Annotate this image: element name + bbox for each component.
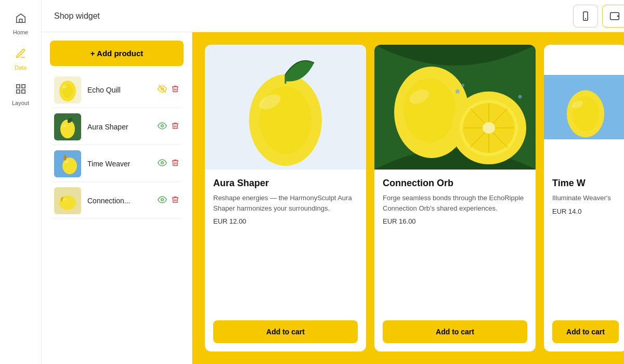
- add-to-cart-button[interactable]: Add to cart: [213, 320, 358, 343]
- delete-button[interactable]: [171, 159, 179, 169]
- add-product-button[interactable]: + Add product: [50, 41, 184, 66]
- svg-point-35: [404, 78, 456, 142]
- card-image: [205, 45, 366, 170]
- sidebar-item-layout[interactable]: Layout: [3, 79, 38, 110]
- product-card: Aura Shaper Reshape energies — the Harmo…: [205, 45, 366, 352]
- svg-point-10: [617, 16, 618, 17]
- card-product-name: Aura Shaper: [213, 178, 358, 189]
- list-item[interactable]: Connection...: [50, 183, 184, 219]
- product-thumbnail: [54, 187, 81, 214]
- sidebar-item-home[interactable]: Home: [3, 8, 38, 40]
- page-title: Shop widget: [54, 11, 100, 21]
- svg-rect-2: [21, 85, 24, 88]
- visibility-toggle[interactable]: [158, 195, 167, 206]
- sidebar: Home Data Layout: [0, 0, 42, 364]
- delete-button[interactable]: [171, 122, 179, 132]
- svg-point-47: [518, 95, 522, 99]
- svg-point-27: [161, 199, 164, 201]
- card-price: EUR 12.00: [213, 217, 358, 225]
- sidebar-item-data[interactable]: Data: [3, 44, 38, 75]
- list-item[interactable]: Echo Quill: [50, 72, 184, 108]
- product-thumbnail: [54, 76, 81, 103]
- product-thumbnail: [54, 113, 81, 140]
- card-description: Illuminate Weaver's: [552, 193, 619, 203]
- delete-button[interactable]: [171, 196, 179, 206]
- svg-rect-0: [19, 19, 22, 22]
- card-description: Reshape energies — the HarmonySculpt Aur…: [213, 193, 358, 213]
- list-item[interactable]: Time Weaver: [50, 146, 184, 182]
- svg-point-45: [456, 89, 460, 94]
- mobile-view-button[interactable]: [573, 5, 598, 28]
- product-card: Connection Orb Forge seamless bonds thro…: [374, 45, 536, 352]
- preview-area: Aura Shaper Reshape energies — the Harmo…: [192, 32, 624, 364]
- delete-button[interactable]: [171, 85, 179, 95]
- content: + Add product Echo Quill: [42, 32, 624, 364]
- card-product-name: Connection Orb: [383, 178, 527, 189]
- card-body: Time W Illuminate Weaver's EUR 14.0 Add …: [544, 170, 624, 352]
- add-to-cart-button[interactable]: Add to cart: [552, 320, 619, 343]
- svg-rect-4: [21, 90, 24, 93]
- card-description: Forge seamless bonds through the EchoRip…: [383, 193, 527, 213]
- product-actions: [158, 158, 179, 170]
- svg-point-23: [161, 162, 164, 164]
- product-card: Time W Illuminate Weaver's EUR 14.0 Add …: [544, 45, 624, 352]
- shop-preview: Aura Shaper Reshape energies — the Harmo…: [192, 32, 624, 364]
- card-image: [544, 45, 624, 170]
- svg-point-44: [483, 122, 495, 134]
- left-panel: + Add product Echo Quill: [42, 32, 192, 364]
- visibility-toggle[interactable]: [158, 121, 167, 133]
- product-name: Aura Shaper: [87, 123, 151, 131]
- sidebar-item-home-label: Home: [13, 29, 28, 35]
- product-name: Time Weaver: [87, 160, 151, 168]
- sidebar-item-layout-label: Layout: [12, 100, 29, 106]
- svg-rect-3: [16, 90, 19, 93]
- product-actions: [158, 121, 179, 133]
- visibility-toggle[interactable]: [158, 158, 167, 170]
- product-name: Echo Quill: [87, 86, 151, 94]
- main: Shop widget + Add product: [42, 0, 624, 364]
- list-item[interactable]: Aura Shaper: [50, 109, 184, 145]
- product-list: Echo Quill: [50, 72, 184, 219]
- cards-row: Aura Shaper Reshape energies — the Harmo…: [205, 45, 624, 352]
- card-product-name: Time W: [552, 178, 619, 189]
- svg-point-46: [461, 84, 464, 87]
- sidebar-item-data-label: Data: [15, 64, 27, 71]
- product-actions: [158, 195, 179, 206]
- tablet-view-button[interactable]: [602, 5, 624, 28]
- card-price: EUR 16.00: [383, 217, 527, 225]
- svg-rect-1: [16, 85, 19, 88]
- home-icon: [15, 12, 27, 27]
- card-body: Aura Shaper Reshape energies — the Harmo…: [205, 170, 366, 352]
- product-thumbnail: [54, 150, 81, 177]
- product-name: Connection...: [87, 197, 151, 205]
- product-actions: [158, 84, 179, 96]
- card-price: EUR 14.0: [552, 207, 619, 215]
- data-icon: [15, 48, 27, 62]
- topbar: Shop widget: [42, 0, 624, 32]
- svg-point-19: [161, 125, 164, 127]
- layout-icon: [15, 83, 27, 98]
- card-image: [374, 45, 536, 170]
- topbar-actions: [573, 5, 624, 28]
- visibility-toggle[interactable]: [158, 84, 167, 96]
- add-to-cart-button[interactable]: Add to cart: [383, 320, 527, 343]
- card-body: Connection Orb Forge seamless bonds thro…: [374, 170, 536, 352]
